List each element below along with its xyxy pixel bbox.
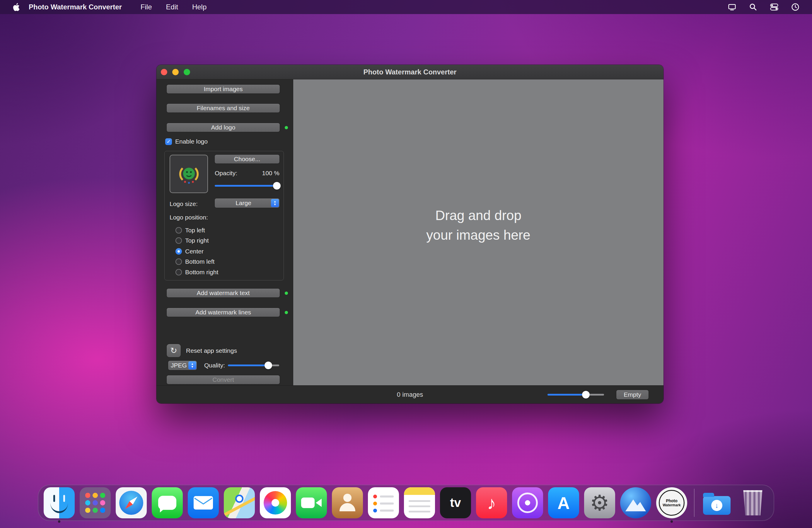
notes-icon [404, 487, 435, 518]
logo-size-label: Logo size: [170, 200, 198, 208]
photo-watermark-stamp-icon: Photo Watermark [656, 487, 687, 518]
radio-indicator [175, 227, 182, 233]
control-center-icon[interactable] [769, 2, 779, 12]
dock-item-photos[interactable] [260, 487, 291, 518]
format-dropdown[interactable]: JPEG ▲ ▼ [168, 361, 197, 370]
facetime-icon [296, 487, 327, 518]
window-title: Photo Watermark Converter [364, 68, 457, 76]
format-value: JPEG [168, 362, 188, 369]
apple-logo-icon [12, 3, 20, 11]
spotlight-search-icon[interactable] [748, 2, 758, 12]
opacity-slider[interactable] [215, 182, 279, 190]
contacts-icon [332, 487, 363, 518]
safari-icon [116, 487, 147, 518]
menu-edit[interactable]: Edit [159, 3, 185, 11]
dock-item-messages[interactable] [152, 487, 183, 518]
dock-item-finder[interactable] [44, 487, 75, 518]
filenames-and-size-button[interactable]: Filenames and size [167, 104, 280, 113]
radio-top-left[interactable]: Top left [175, 227, 205, 233]
enable-logo-checkbox[interactable]: ✓ [165, 138, 172, 145]
dock-item-system-settings[interactable]: ⚙ [584, 487, 615, 518]
window-titlebar[interactable]: Photo Watermark Converter [156, 65, 664, 80]
dock-item-photo-watermark[interactable]: Photo Watermark [656, 487, 687, 518]
dock-item-downloads[interactable]: ↓ [701, 487, 732, 518]
control-center-glyph [770, 3, 779, 11]
radio-bottom-left[interactable]: Bottom left [175, 258, 214, 265]
mountain-sphere-icon [620, 487, 651, 518]
mail-icon [188, 487, 219, 518]
screen-mirroring-icon[interactable] [727, 2, 737, 12]
dock-item-mail[interactable] [188, 487, 219, 518]
logo-preview[interactable] [170, 155, 208, 193]
dock-separator [694, 489, 695, 517]
app-window: Photo Watermark Converter Import images … [156, 65, 664, 403]
menu-help[interactable]: Help [185, 3, 214, 11]
radio-center[interactable]: Center [175, 248, 204, 255]
radio-label: Top right [185, 237, 209, 244]
opacity-slider-thumb[interactable] [273, 182, 281, 189]
dock-item-safari[interactable] [116, 487, 147, 518]
quality-label: Quality: [204, 361, 225, 369]
photos-icon [260, 487, 291, 518]
apple-tv-icon: tv [440, 487, 471, 518]
music-icon: ♪ [476, 487, 507, 518]
convert-button[interactable]: Convert [167, 375, 280, 384]
menu-bar-app-name[interactable]: Photo Watermark Converter [29, 3, 122, 11]
import-images-button[interactable]: Import images [167, 85, 280, 94]
dock-item-contacts[interactable] [332, 487, 363, 518]
add-watermark-lines-button[interactable]: Add watermark lines [167, 308, 280, 317]
music-note-glyph: ♪ [487, 493, 496, 513]
dock-item-tv[interactable]: tv [440, 487, 471, 518]
close-window-button[interactable] [161, 69, 167, 75]
dock-item-app-store[interactable]: A [548, 487, 579, 518]
launchpad-icon [80, 487, 111, 518]
reset-settings-button[interactable]: ↻ [167, 344, 181, 357]
watermark-lines-status-dot [285, 311, 288, 314]
radio-indicator-selected [175, 248, 182, 255]
thumbnail-slider-track [548, 394, 604, 396]
logo-size-value: Large [215, 200, 270, 206]
trash-can-shape [742, 490, 763, 515]
quality-slider[interactable] [228, 361, 279, 370]
dock-item-music[interactable]: ♪ [476, 487, 507, 518]
dock-item-reminders[interactable] [368, 487, 399, 518]
opacity-value: 100 % [215, 169, 279, 177]
radio-label: Top left [185, 227, 205, 234]
radio-indicator [175, 269, 182, 275]
radio-label: Bottom right [185, 269, 218, 276]
add-logo-button[interactable]: Add logo [167, 123, 280, 132]
choose-logo-button[interactable]: Choose... [215, 155, 279, 163]
logo-preview-image [174, 159, 204, 189]
dock-item-facetime[interactable] [296, 487, 327, 518]
apple-menu-icon[interactable] [11, 2, 21, 12]
zoom-window-button[interactable] [184, 69, 190, 75]
reminders-icon [368, 487, 399, 518]
dock-item-trash[interactable] [737, 487, 768, 518]
compass-dial [119, 491, 143, 515]
radio-top-right[interactable]: Top right [175, 237, 209, 244]
dock-item-blue-circle-app[interactable] [620, 487, 651, 518]
thumbnail-slider-thumb[interactable] [582, 391, 590, 399]
thumbnail-size-slider[interactable] [548, 390, 604, 399]
minimize-window-button[interactable] [172, 69, 179, 75]
drop-zone-text: Drag and drop your images here [426, 206, 530, 245]
desktop: { "menu_bar": { "app_name": "Photo Water… [0, 0, 812, 528]
dock-item-maps[interactable] [224, 487, 255, 518]
radio-indicator [175, 258, 182, 265]
podcasts-icon [512, 487, 543, 518]
quality-slider-thumb[interactable] [264, 361, 272, 369]
dock-item-podcasts[interactable] [512, 487, 543, 518]
watermark-text-status-dot [285, 291, 288, 295]
add-watermark-text-button[interactable]: Add watermark text [167, 289, 280, 297]
empty-button[interactable]: Empty [616, 390, 649, 399]
menu-bar-left: Photo Watermark Converter File Edit Help [0, 2, 214, 12]
logo-size-dropdown[interactable]: Large ▲ ▼ [215, 198, 279, 208]
dock-item-launchpad[interactable] [80, 487, 111, 518]
clock-icon[interactable] [790, 2, 800, 12]
dock-item-notes[interactable] [404, 487, 435, 518]
logo-settings-group: Choose... Opacity: 100 % Logo size: Larg… [164, 151, 284, 281]
menu-file[interactable]: File [134, 3, 159, 11]
radio-bottom-right[interactable]: Bottom right [175, 269, 218, 275]
image-drop-zone[interactable]: Drag and drop your images here [293, 80, 664, 385]
add-logo-status-dot [285, 126, 288, 129]
